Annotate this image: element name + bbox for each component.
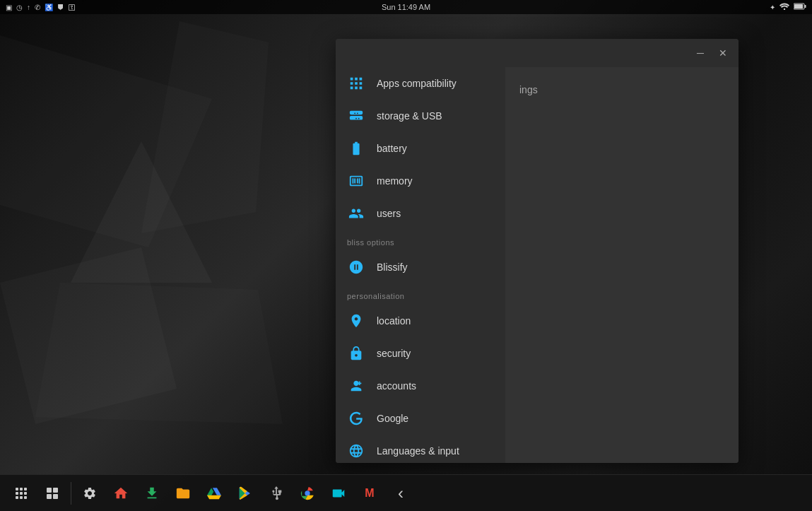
google-icon — [347, 409, 365, 428]
drive-button[interactable] — [200, 479, 228, 507]
gmail-button[interactable]: M — [355, 479, 384, 507]
svg-rect-12 — [24, 496, 27, 499]
svg-rect-7 — [16, 492, 18, 495]
menu-item-storage[interactable]: storage & USB — [336, 100, 505, 132]
window-content: Apps compatibility storage & USB battery — [336, 67, 739, 463]
apps-icon — [347, 74, 365, 93]
menu-item-memory[interactable]: memory — [336, 165, 505, 197]
menu-label-accounts: accounts — [377, 380, 416, 392]
svg-rect-16 — [53, 494, 58, 499]
taskbar: M ‹ — [0, 474, 812, 511]
play-store-button[interactable] — [231, 479, 259, 507]
menu-label-battery: battery — [377, 143, 407, 154]
menu-item-battery[interactable]: battery — [336, 132, 505, 165]
statusbar-right-icons: ✦ — [770, 3, 806, 11]
menu-label-apps-compat: Apps compatibility — [377, 78, 457, 89]
battery-status-icon — [794, 3, 806, 11]
menu-label-languages: Languages & input — [377, 445, 459, 457]
section-label-personalisation: personalisation — [336, 283, 505, 305]
svg-rect-2 — [805, 5, 806, 8]
svg-rect-13 — [47, 488, 52, 493]
svg-rect-14 — [53, 488, 58, 493]
svg-rect-15 — [47, 494, 52, 499]
users-icon — [347, 204, 365, 223]
svg-point-0 — [784, 8, 785, 10]
statusbar: ▣ ◷ ↑ ✆ ♿ ⛊ ⚿ Sun 11:49 AM ✦ — [0, 0, 812, 14]
menu-label-location: location — [377, 315, 411, 327]
menu-label-security: security — [377, 348, 411, 359]
menu-label-google: Google — [377, 413, 408, 424]
svg-rect-10 — [16, 496, 18, 499]
svg-rect-9 — [24, 492, 27, 495]
bluetooth-icon: ✦ — [770, 4, 775, 11]
memory-icon — [347, 172, 365, 190]
window-titlebar: ─ ✕ — [336, 39, 739, 67]
statusbar-left-icons: ▣ ◷ ↑ ✆ ♿ ⛊ ⚿ — [6, 4, 76, 11]
menu-label-storage: storage & USB — [377, 110, 442, 122]
menu-item-blissify[interactable]: Blissify — [336, 251, 505, 283]
minimize-button[interactable]: ─ — [690, 43, 710, 63]
settings-taskbar-button[interactable] — [76, 479, 104, 507]
apps-button[interactable] — [7, 479, 35, 507]
svg-rect-5 — [20, 488, 23, 491]
shield-small-icon: ⛊ — [57, 4, 64, 11]
svg-rect-6 — [24, 488, 27, 491]
svg-rect-4 — [16, 488, 18, 491]
notification-icon: ▣ — [6, 4, 12, 11]
section-label-bliss: Bliss Options — [336, 230, 505, 251]
settings-sidebar: Apps compatibility storage & USB battery — [336, 67, 505, 463]
phone-icon: ✆ — [35, 4, 40, 11]
menu-item-accounts[interactable]: accounts — [336, 370, 505, 402]
accessibility-icon: ♿ — [45, 4, 53, 11]
duo-button[interactable] — [324, 479, 353, 507]
settings-window: ─ ✕ Apps compatibility — [336, 39, 739, 463]
svg-rect-11 — [20, 496, 23, 499]
svg-rect-8 — [20, 492, 23, 495]
battery-menu-icon — [347, 139, 365, 158]
languages-icon — [347, 442, 365, 460]
menu-item-google[interactable]: Google — [336, 402, 505, 435]
download-button[interactable] — [138, 479, 166, 507]
taskbar-divider-1 — [71, 482, 71, 505]
settings-right-panel: ings — [505, 67, 739, 463]
accounts-icon — [347, 377, 365, 395]
close-button[interactable]: ✕ — [713, 43, 733, 63]
usb-button[interactable] — [262, 479, 290, 507]
menu-item-apps-compat[interactable]: Apps compatibility — [336, 67, 505, 100]
location-icon — [347, 312, 365, 330]
chrome-button[interactable] — [293, 479, 322, 507]
menu-item-users[interactable]: users — [336, 197, 505, 230]
key-icon: ⚿ — [69, 4, 76, 11]
svg-rect-3 — [794, 4, 803, 8]
home-button[interactable] — [38, 479, 66, 507]
panel-content-hint: ings — [519, 81, 724, 95]
menu-item-security[interactable]: security — [336, 337, 505, 370]
files-button[interactable] — [169, 479, 197, 507]
wifi-icon — [779, 3, 789, 11]
launcher-icon[interactable] — [107, 479, 135, 507]
blissify-icon — [347, 258, 365, 276]
security-icon — [347, 344, 365, 363]
upload-icon: ↑ — [27, 4, 30, 11]
menu-item-languages[interactable]: Languages & input — [336, 435, 505, 463]
menu-label-users: users — [377, 208, 401, 219]
svg-point-17 — [305, 491, 310, 495]
menu-label-blissify: Blissify — [377, 262, 408, 273]
menu-label-memory: memory — [377, 175, 413, 187]
menu-item-location[interactable]: location — [336, 305, 505, 337]
back-button[interactable]: ‹ — [387, 479, 415, 507]
alarm-icon: ◷ — [16, 4, 23, 11]
statusbar-time: Sun 11:49 AM — [382, 3, 430, 11]
storage-icon — [347, 107, 365, 125]
